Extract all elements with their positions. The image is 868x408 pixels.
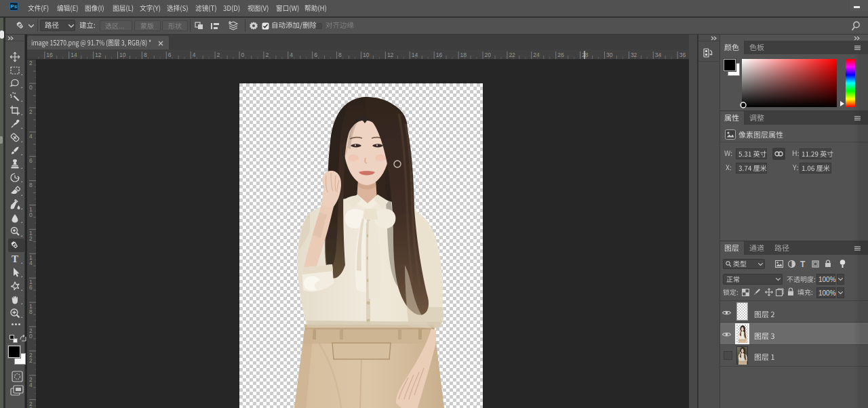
svg-text:28: 28 [582,52,589,58]
svg-text:0: 0 [29,333,33,340]
svg-text:4: 4 [29,133,33,140]
svg-text:2: 2 [265,52,269,58]
svg-text:6: 6 [29,157,33,164]
svg-text:22: 22 [509,52,515,58]
svg-text:24: 24 [533,52,540,58]
svg-text:16: 16 [436,52,443,58]
svg-text:0: 0 [29,84,33,91]
svg-text:12: 12 [387,52,394,58]
svg-text:4: 4 [290,52,293,58]
svg-text:T: T [12,253,18,264]
svg-text:2: 2 [29,357,33,364]
svg-text:8: 8 [144,52,147,58]
svg-text:8: 8 [338,52,342,58]
svg-text:30: 30 [606,52,613,58]
svg-text:12: 12 [95,52,102,58]
svg-text:8: 8 [29,182,33,188]
svg-text:2: 2 [29,60,33,66]
svg-text:10: 10 [119,52,126,58]
svg-text:2: 2 [217,52,220,58]
svg-text:2: 2 [29,235,33,242]
svg-text:4: 4 [193,52,196,58]
svg-text:16: 16 [46,52,53,58]
svg-text:6: 6 [29,284,33,291]
svg-text:0: 0 [29,211,33,218]
svg-text:4: 4 [29,260,33,266]
svg-text:34: 34 [655,52,662,58]
svg-text:20: 20 [485,52,492,58]
svg-text:36: 36 [679,52,686,58]
svg-text:0: 0 [241,52,245,58]
svg-text:2: 2 [29,108,33,115]
svg-text:6: 6 [168,52,172,58]
svg-text:14: 14 [412,52,418,58]
svg-text:8: 8 [29,308,33,315]
svg-text:32: 32 [631,52,637,58]
svg-text:4: 4 [29,382,33,388]
svg-text:6: 6 [314,52,317,58]
svg-text:10: 10 [363,52,370,58]
svg-text:26: 26 [557,52,564,58]
svg-text:14: 14 [71,52,77,58]
svg-text:18: 18 [460,52,467,58]
